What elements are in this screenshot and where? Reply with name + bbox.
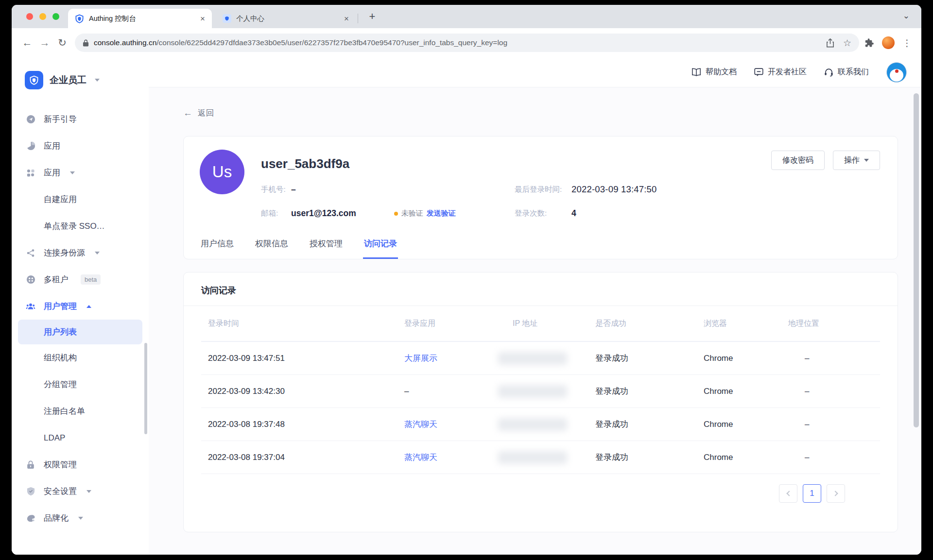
reload-button[interactable]: ↻ [53,34,71,51]
tab-title: Authing 控制台 [89,14,195,23]
prev-page-button[interactable] [779,484,797,503]
tab-authing-console[interactable]: Authing 控制台 × [68,9,212,28]
next-page-button[interactable] [827,484,845,503]
geo-cell: – [788,354,880,363]
forward-button[interactable]: → [36,34,53,51]
sidebar-item-label: 应用 [44,140,60,152]
sidebar-item-guide[interactable]: 新手引导 [12,106,149,133]
header-link-label: 帮助文档 [706,67,737,77]
ip-redacted-cell [513,385,595,398]
sidebar-item-security-settings[interactable]: 安全设置 [12,478,149,505]
browser-menu-icon[interactable]: ⋮ [902,37,912,49]
sidebar-item-registration-whitelist[interactable]: 注册白名单 [12,398,149,424]
lock-icon [25,460,36,469]
tenant-icon [25,275,36,284]
change-password-button[interactable]: 修改密码 [771,151,825,170]
geo-cell: – [788,420,880,429]
chevron-left-icon [786,491,792,496]
paper-plane-icon [25,115,36,124]
sidebar-item-label: 应用 [44,167,60,178]
close-tab-icon[interactable]: × [200,15,205,23]
close-tab-icon[interactable]: × [344,15,349,23]
unverified-dot-icon [394,212,398,216]
email-status: 未验证 [401,209,423,218]
sidebar-item-branding[interactable]: 品牌化 [12,505,149,531]
login-count-field: 登录次数: 4 [515,208,880,219]
address-bar[interactable]: console.authing.cn/console/6225dd4297dfd… [75,34,859,52]
back-button[interactable]: ← [18,34,36,51]
change-password-label: 修改密码 [782,155,813,166]
actions-label: 操作 [844,155,860,166]
email-value: user1@123.com [291,208,356,219]
column-header: 浏览器 [704,319,788,329]
email-label: 邮箱: [261,208,291,219]
back-link[interactable]: ← 返回 [183,108,227,119]
user-avatar: Us [200,150,244,194]
login-time-cell: 2022-03-08 19:37:48 [201,420,404,429]
developer-community-link[interactable]: 开发者社区 [754,67,807,77]
login-app-link[interactable]: 大屏展示 [404,353,513,364]
phone-value: – [291,185,296,195]
caret-down-icon [95,252,100,255]
caret-down-icon [86,490,91,493]
sidebar-item-user-list[interactable]: 用户列表 [18,320,142,344]
send-verification-link[interactable]: 发送验证 [427,209,456,218]
header-link-label: 联系我们 [838,67,869,77]
card-title: 访问记录 [184,272,898,306]
sidebar-item-multi-tenant[interactable]: 多租户 beta [12,266,149,293]
sidebar-scrollbar[interactable] [144,343,147,434]
page-number-button[interactable]: 1 [803,484,821,503]
share-icon[interactable] [826,38,834,48]
sidebar-item-user-management[interactable]: 用户管理 [12,293,149,320]
workspace-switcher[interactable]: 企业员工 [12,57,149,99]
window-controls [26,13,59,20]
sidebar-item-identity-sources[interactable]: 连接身份源 [12,239,149,266]
chevron-down-icon [864,159,869,162]
sidebar-item-group-management[interactable]: 分组管理 [12,371,149,398]
actions-dropdown-button[interactable]: 操作 [833,151,880,170]
login-time-cell: 2022-03-09 13:42:30 [201,387,404,396]
new-tab-button[interactable]: + [365,10,379,23]
login-status-cell: 登录成功 [595,452,704,463]
tab-permission-info[interactable]: 权限信息 [254,233,289,259]
help-docs-link[interactable]: 帮助文档 [691,67,737,77]
login-app-link[interactable]: 蒸汽聊天 [404,452,513,463]
share-nodes-icon [25,249,36,257]
geo-cell: – [788,387,880,396]
redacted-ip-blur [498,451,567,464]
sidebar-item-ldap[interactable]: LDAP [12,424,149,451]
extensions-puzzle-icon[interactable] [864,38,874,48]
login-count-value: 4 [571,208,576,219]
caret-down-icon [70,171,75,174]
tab-authorization[interactable]: 授权管理 [309,233,344,259]
account-avatar[interactable] [886,62,907,83]
bookmark-star-icon[interactable]: ☆ [843,37,851,49]
sidebar-item-permission-management[interactable]: 权限管理 [12,451,149,478]
apps-grid-icon [25,169,36,177]
redacted-ip-blur [498,352,567,365]
login-app-link[interactable]: 蒸汽聊天 [404,419,513,430]
authing-logo-icon [25,71,43,89]
sidebar-item-label: 注册白名单 [44,406,85,417]
header-link-label: 开发者社区 [768,67,807,77]
login-status-cell: 登录成功 [595,353,704,364]
contact-us-link[interactable]: 联系我们 [824,67,869,77]
sidebar-item-apps[interactable]: 应用 [12,159,149,186]
pie-chart-icon [25,141,36,151]
sidebar-item-self-built-apps[interactable]: 自建应用 [12,186,149,213]
tab-access-log[interactable]: 访问记录 [363,233,398,259]
zoom-window-button[interactable] [52,13,59,20]
tab-user-info[interactable]: 用户信息 [200,233,235,259]
browser-profile-avatar[interactable] [882,36,895,49]
minimize-window-button[interactable] [39,13,46,20]
content-scrollbar[interactable] [914,93,919,427]
browser-cell: Chrome [704,453,788,462]
tab-search-chevron-icon[interactable]: ⌄ [903,11,910,21]
tab-personal-center[interactable]: 个人中心 × [216,9,356,28]
sidebar-item-label: 单点登录 SSO… [44,221,105,232]
sidebar-item-sso[interactable]: 单点登录 SSO… [12,213,149,239]
close-window-button[interactable] [26,13,33,20]
browser-cell: Chrome [704,387,788,396]
sidebar-item-org-structure[interactable]: 组织机构 [12,344,149,371]
column-header: 登录应用 [404,319,513,329]
